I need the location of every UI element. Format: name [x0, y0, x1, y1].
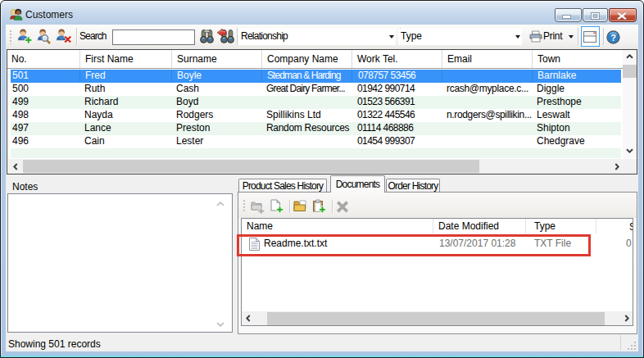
svg-text:?: ?: [610, 33, 616, 43]
